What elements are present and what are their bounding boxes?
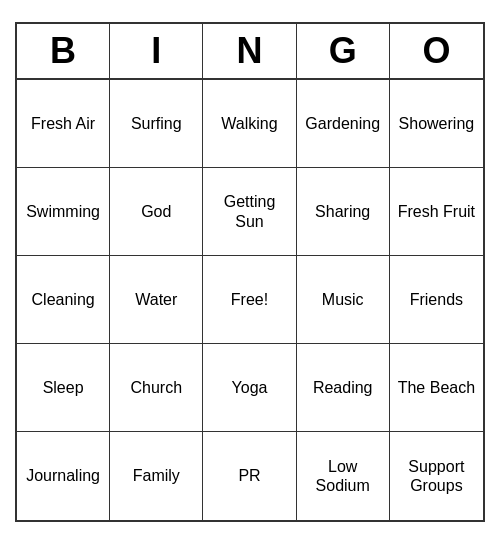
cell-text: Showering: [399, 114, 475, 133]
bingo-cell: Music: [297, 256, 390, 344]
bingo-header: BINGO: [17, 24, 483, 80]
bingo-cell: PR: [203, 432, 296, 520]
bingo-cell: Reading: [297, 344, 390, 432]
bingo-cell: Walking: [203, 80, 296, 168]
bingo-cell: Journaling: [17, 432, 110, 520]
header-letter: N: [203, 24, 296, 78]
cell-text: Music: [322, 290, 364, 309]
cell-text: God: [141, 202, 171, 221]
bingo-cell: Church: [110, 344, 203, 432]
bingo-cell: The Beach: [390, 344, 483, 432]
cell-text: Sleep: [43, 378, 84, 397]
cell-text: Fresh Fruit: [398, 202, 475, 221]
bingo-cell: Fresh Air: [17, 80, 110, 168]
cell-text: Walking: [221, 114, 277, 133]
cell-text: Cleaning: [32, 290, 95, 309]
cell-text: Yoga: [232, 378, 268, 397]
bingo-cell: Getting Sun: [203, 168, 296, 256]
bingo-card: BINGO Fresh AirSurfingWalkingGardeningSh…: [15, 22, 485, 522]
bingo-cell: Cleaning: [17, 256, 110, 344]
header-letter: I: [110, 24, 203, 78]
cell-text: Water: [135, 290, 177, 309]
header-letter: O: [390, 24, 483, 78]
bingo-cell: Fresh Fruit: [390, 168, 483, 256]
cell-text: PR: [238, 466, 260, 485]
cell-text: Friends: [410, 290, 463, 309]
bingo-cell: Support Groups: [390, 432, 483, 520]
cell-text: Getting Sun: [207, 192, 291, 230]
bingo-cell: Sharing: [297, 168, 390, 256]
bingo-cell: Water: [110, 256, 203, 344]
cell-text: Journaling: [26, 466, 100, 485]
bingo-cell: Family: [110, 432, 203, 520]
bingo-cell: Sleep: [17, 344, 110, 432]
cell-text: Support Groups: [394, 457, 479, 495]
cell-text: Swimming: [26, 202, 100, 221]
cell-text: Church: [131, 378, 183, 397]
bingo-cell: Surfing: [110, 80, 203, 168]
bingo-cell: Friends: [390, 256, 483, 344]
cell-text: Free!: [231, 290, 268, 309]
cell-text: Reading: [313, 378, 373, 397]
cell-text: The Beach: [398, 378, 475, 397]
bingo-cell: Swimming: [17, 168, 110, 256]
bingo-cell: Low Sodium: [297, 432, 390, 520]
bingo-cell: Free!: [203, 256, 296, 344]
cell-text: Sharing: [315, 202, 370, 221]
header-letter: B: [17, 24, 110, 78]
bingo-grid: Fresh AirSurfingWalkingGardeningShowerin…: [17, 80, 483, 520]
bingo-cell: Yoga: [203, 344, 296, 432]
bingo-cell: Showering: [390, 80, 483, 168]
cell-text: Low Sodium: [301, 457, 385, 495]
cell-text: Surfing: [131, 114, 182, 133]
cell-text: Family: [133, 466, 180, 485]
bingo-cell: Gardening: [297, 80, 390, 168]
header-letter: G: [297, 24, 390, 78]
cell-text: Fresh Air: [31, 114, 95, 133]
cell-text: Gardening: [305, 114, 380, 133]
bingo-cell: God: [110, 168, 203, 256]
